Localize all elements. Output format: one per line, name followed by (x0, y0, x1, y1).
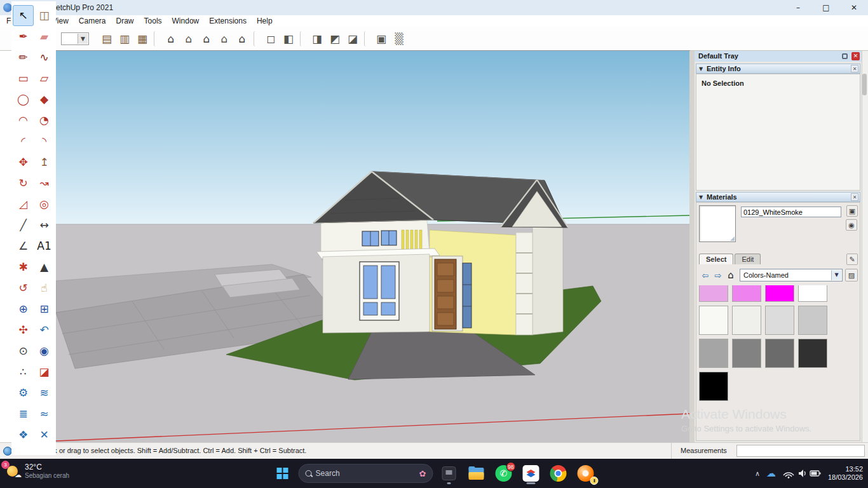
tool-follow-me[interactable]: ↝ (34, 173, 55, 194)
clock[interactable]: 13:52 18/03/2026 (828, 465, 863, 482)
tool-line[interactable]: ✏ (13, 47, 34, 68)
separator[interactable] (254, 31, 259, 46)
extension-tool-gear[interactable]: ⚙ (13, 383, 34, 403)
materials-header[interactable]: ▼ Materials ✕ (696, 192, 860, 202)
search-input[interactable] (316, 469, 414, 478)
weather-widget[interactable]: ☁ 3 32°C Sebagian cerah (4, 463, 69, 479)
extension-tool-scatter[interactable]: ✕ (34, 424, 55, 445)
file-explorer-button[interactable] (465, 462, 488, 485)
tool-position-camera[interactable]: ⊙ (13, 341, 34, 362)
color-swatch[interactable] (798, 285, 827, 302)
menu-item-tools[interactable]: Tools (139, 15, 167, 27)
right-view-icon[interactable]: ⌂ (215, 30, 233, 48)
eyedropper-button[interactable]: ✎ (846, 254, 858, 265)
start-button[interactable] (271, 462, 294, 485)
measurements-input[interactable] (736, 445, 865, 457)
extension-tool-waves[interactable]: ≋ (34, 383, 55, 403)
chrome-button[interactable] (547, 462, 570, 485)
tool-pie[interactable]: ◔ (34, 110, 55, 131)
style-hidden-line-icon[interactable]: ◧ (280, 30, 297, 48)
iso-view-icon[interactable]: ⌂ (162, 30, 180, 48)
color-swatch[interactable] (798, 306, 827, 335)
top-view-icon[interactable]: ⌂ (180, 30, 198, 48)
color-swatch[interactable] (765, 306, 794, 335)
tool-3d-text[interactable]: ▲ (34, 257, 55, 278)
taskbar-app-dark[interactable] (438, 462, 461, 485)
menu-item-camera[interactable]: Camera (74, 15, 111, 27)
forward-arrow-icon[interactable]: ⇨ (712, 269, 724, 281)
entity-info-close-icon[interactable]: ✕ (851, 65, 858, 72)
tool-zoom[interactable]: ⊕ (13, 299, 34, 320)
browser-button[interactable] (574, 462, 597, 485)
color-swatch[interactable] (732, 339, 761, 368)
sample-paint-button[interactable]: ▨ (845, 269, 858, 281)
tool-zoom-extents[interactable]: ✣ (13, 320, 34, 341)
tool-rotated-rectangle[interactable]: ▱ (34, 68, 55, 89)
tool-freehand[interactable]: ∿ (34, 47, 55, 68)
material-name-field[interactable] (741, 207, 841, 217)
material-preview[interactable] (699, 205, 736, 242)
tool-axes[interactable]: ✱ (13, 257, 34, 278)
menu-item-window[interactable]: Window (167, 15, 205, 27)
entity-info-header[interactable]: ▼ Entity Info ✕ (696, 64, 860, 74)
materials-close-icon[interactable]: ✕ (851, 193, 858, 201)
color-swatch[interactable] (699, 339, 728, 368)
toolbar-combo[interactable]: ▼ (61, 32, 89, 45)
back-arrow-icon[interactable]: ⇦ (699, 269, 712, 281)
color-swatch[interactable] (798, 339, 827, 368)
tray-close-button[interactable]: ✕ (851, 52, 860, 60)
menu-item-extensions[interactable]: Extensions (204, 15, 252, 27)
color-swatch[interactable] (699, 372, 728, 401)
color-swatch[interactable] (699, 306, 728, 335)
tool-text[interactable]: A1 (34, 236, 55, 257)
tool-zoom-window[interactable]: ⊞ (34, 299, 55, 320)
maximize-button[interactable]: □ (812, 0, 840, 15)
tool-tape-measure[interactable]: ╱ (13, 215, 34, 236)
whatsapp-button[interactable]: ✆ 98 (492, 462, 515, 485)
separator[interactable] (300, 31, 306, 46)
scrollbar-thumb[interactable] (862, 74, 867, 95)
tool-2-point-arc[interactable]: ◜ (13, 131, 34, 152)
shadows-icon[interactable]: ▣ (372, 30, 390, 48)
pin-icon[interactable] (842, 53, 848, 59)
viewport-3d[interactable] (56, 51, 689, 442)
collapse-triangle-icon[interactable]: ▼ (699, 66, 703, 72)
home-icon[interactable]: ⌂ (724, 269, 737, 281)
resize-grip-icon[interactable] (730, 236, 735, 241)
tool-offset[interactable]: ◎ (34, 194, 55, 215)
in-model-materials-button[interactable]: ◉ (846, 219, 857, 231)
tool-scale[interactable]: ◿ (13, 194, 34, 215)
house-model[interactable] (313, 172, 568, 335)
tab-edit[interactable]: Edit (735, 254, 761, 264)
color-swatch[interactable] (699, 285, 728, 302)
tab-select[interactable]: Select (699, 254, 733, 264)
tool-push-pull[interactable]: ↥ (34, 152, 55, 173)
sketchup-button[interactable] (520, 462, 543, 485)
tool-polygon[interactable]: ◆ (34, 89, 55, 110)
tool-rectangle[interactable]: ▭ (13, 68, 34, 89)
color-swatch[interactable] (732, 306, 761, 335)
tool-3-point-arc[interactable]: ◝ (34, 131, 55, 152)
style-monochrome-icon[interactable]: ◪ (344, 30, 362, 48)
fog-icon[interactable]: ▒ (390, 30, 408, 48)
style-wireframe-icon[interactable]: ◻ (262, 30, 280, 48)
search-box[interactable]: ✿ (299, 464, 433, 483)
tool-make-component[interactable]: ◫ (34, 5, 55, 26)
separator[interactable] (364, 31, 370, 46)
tray-scrollbar[interactable] (862, 51, 868, 442)
separator[interactable] (154, 31, 159, 46)
menu-item-draw[interactable]: Draw (111, 15, 139, 27)
tool-pan[interactable]: ☝ (34, 278, 55, 299)
tool-look-around[interactable]: ◉ (34, 341, 55, 362)
minimize-button[interactable]: – (784, 0, 812, 15)
tool-move[interactable]: ✥ (13, 152, 34, 173)
extension-tool-layers[interactable]: ≣ (13, 403, 34, 424)
share-model-icon[interactable]: ▥ (116, 30, 133, 48)
style-textured-icon[interactable]: ◩ (326, 30, 344, 48)
close-button[interactable]: ✕ (840, 0, 868, 15)
extension-tool-ripple[interactable]: ≈ (34, 403, 55, 424)
geolocation-icon[interactable] (3, 447, 12, 456)
color-swatch[interactable] (765, 339, 794, 368)
tool-dimension[interactable]: ↔ (34, 215, 55, 236)
color-swatch[interactable] (765, 285, 794, 302)
